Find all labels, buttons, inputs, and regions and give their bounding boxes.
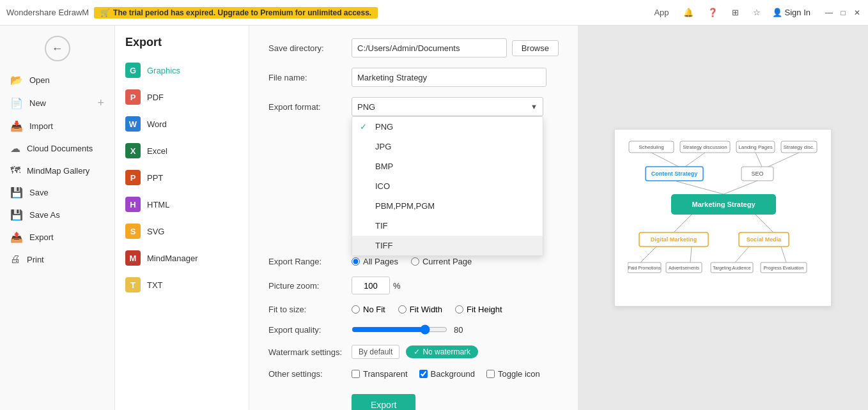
transparent-checkbox[interactable] bbox=[352, 370, 360, 378]
dropdown-option-bmp[interactable]: BMP bbox=[352, 156, 543, 176]
fit-to-size-label: Fit to size: bbox=[268, 305, 352, 314]
range-all-radio[interactable] bbox=[352, 257, 360, 266]
import-icon: 📥 bbox=[10, 120, 23, 132]
range-current-radio[interactable] bbox=[411, 257, 419, 266]
sidebar-item-mindmap[interactable]: 🗺 MindMap Gallery bbox=[0, 160, 114, 181]
fit-height-radio[interactable] bbox=[455, 305, 463, 314]
watermark-options: By default ✓ No watermark bbox=[352, 345, 478, 359]
sidebar-item-import[interactable]: 📥 Import bbox=[0, 115, 114, 137]
mindmap-icon: 🗺 bbox=[10, 165, 20, 176]
sidebar-label-new: New bbox=[29, 98, 46, 108]
sidebar-item-cloud[interactable]: ☁ Cloud Documents bbox=[0, 137, 114, 160]
format-dropdown-menu: PNG JPG BMP ICO PBM,PPM,PGM TIF TIFF bbox=[352, 116, 543, 256]
export-range-row: Export Range: All Pages Current Page bbox=[268, 257, 559, 266]
range-current-page[interactable]: Current Page bbox=[411, 257, 472, 266]
help-icon[interactable]: ❓ bbox=[704, 6, 722, 19]
dropdown-option-jpg[interactable]: JPG bbox=[352, 137, 543, 156]
dropdown-option-tiff[interactable]: TIFF bbox=[352, 236, 543, 255]
background-option[interactable]: Background bbox=[419, 369, 475, 379]
mindmap-preview-svg: Scheduling Strategy discussion Landing P… bbox=[628, 140, 819, 293]
fit-no[interactable]: No Fit bbox=[352, 305, 385, 314]
back-button[interactable]: ← bbox=[45, 36, 70, 61]
export-item-pdf[interactable]: P PDF bbox=[115, 84, 249, 110]
save-icon: 💾 bbox=[10, 186, 23, 199]
save-directory-input[interactable] bbox=[352, 38, 507, 57]
export-item-html[interactable]: H HTML bbox=[115, 191, 249, 218]
export-item-txt[interactable]: T TXT bbox=[115, 271, 249, 298]
dropdown-option-ico[interactable]: ICO bbox=[352, 176, 543, 196]
svg-text:Advertisements: Advertisements bbox=[669, 266, 700, 270]
app-button[interactable]: App bbox=[650, 6, 672, 19]
background-checkbox[interactable] bbox=[419, 370, 428, 378]
grid-icon[interactable]: ⊞ bbox=[728, 6, 743, 19]
ppt-icon: P bbox=[125, 170, 141, 185]
export-label-graphics: Graphics bbox=[147, 66, 180, 75]
watermark-none-button[interactable]: ✓ No watermark bbox=[406, 345, 478, 358]
sidebar-item-export[interactable]: 📤 Export bbox=[0, 226, 114, 248]
range-all-label: All Pages bbox=[363, 257, 398, 266]
export-item-ppt[interactable]: P PPT bbox=[115, 164, 249, 191]
preview-card: Scheduling Strategy discussion Landing P… bbox=[614, 129, 832, 307]
dropdown-option-tif[interactable]: TIF bbox=[352, 216, 543, 236]
html-icon: H bbox=[125, 197, 141, 212]
star-icon[interactable]: ☆ bbox=[749, 6, 764, 19]
range-all-pages[interactable]: All Pages bbox=[352, 257, 398, 266]
sidebar-item-saveas[interactable]: 💾 Save As bbox=[0, 204, 114, 226]
quality-slider[interactable] bbox=[352, 324, 447, 335]
background-label: Background bbox=[431, 369, 475, 379]
window-controls: — □ ✕ bbox=[825, 8, 862, 17]
file-name-input[interactable] bbox=[352, 68, 546, 87]
top-icons: App 🔔 ❓ ⊞ ☆ bbox=[650, 6, 764, 19]
sidebar-label-import: Import bbox=[29, 121, 53, 131]
open-icon: 📂 bbox=[10, 74, 23, 86]
fit-to-size-options: No Fit Fit Width Fit Height bbox=[352, 305, 502, 314]
sidebar-label-open: Open bbox=[29, 75, 50, 85]
export-item-mindmanager[interactable]: M MindManager bbox=[115, 245, 249, 271]
picture-zoom-row: Picture zoom: % bbox=[268, 277, 559, 294]
watermark-none-label: No watermark bbox=[422, 347, 470, 356]
export-item-graphics[interactable]: G Graphics bbox=[115, 57, 249, 84]
export-button[interactable]: Export bbox=[352, 394, 415, 410]
minimize-button[interactable]: — bbox=[825, 8, 833, 17]
maximize-button[interactable]: □ bbox=[839, 8, 848, 17]
save-directory-row: Save directory: Browse bbox=[268, 38, 559, 57]
export-label-word: Word bbox=[147, 119, 167, 129]
toggle-icon-option[interactable]: Toggle icon bbox=[486, 369, 540, 379]
sidebar-item-print[interactable]: 🖨 Print bbox=[0, 248, 114, 270]
fit-width[interactable]: Fit Width bbox=[398, 305, 442, 314]
fit-no-radio[interactable] bbox=[352, 305, 360, 314]
dropdown-option-png[interactable]: PNG bbox=[352, 117, 543, 137]
export-item-excel[interactable]: X Excel bbox=[115, 137, 249, 164]
left-sidebar: ← 📂 Open 📄 New + 📥 Import ☁ Cloud Docume… bbox=[0, 26, 115, 410]
sidebar-item-open[interactable]: 📂 Open bbox=[0, 69, 114, 91]
svg-text:Paid Promotions: Paid Promotions bbox=[628, 266, 661, 270]
export-item-word[interactable]: W Word bbox=[115, 110, 249, 137]
bell-icon[interactable]: 🔔 bbox=[679, 6, 697, 19]
svg-text:Social Media: Social Media bbox=[747, 236, 782, 243]
fit-height[interactable]: Fit Height bbox=[455, 305, 502, 314]
browse-button[interactable]: Browse bbox=[512, 40, 559, 56]
fit-no-label: No Fit bbox=[363, 305, 385, 314]
svg-text:Targeting Audience: Targeting Audience bbox=[713, 266, 751, 271]
export-item-svg[interactable]: S SVG bbox=[115, 218, 249, 245]
sidebar-item-save[interactable]: 💾 Save bbox=[0, 181, 114, 204]
trial-badge[interactable]: 🛒 The trial period has expired. Upgrade … bbox=[94, 7, 378, 19]
fit-width-radio[interactable] bbox=[398, 305, 407, 314]
format-select-display[interactable]: PNG ▼ bbox=[352, 97, 543, 116]
svg-text:Strategy discussion: Strategy discussion bbox=[683, 144, 727, 150]
svg-line-17 bbox=[724, 181, 757, 194]
dropdown-option-pbm[interactable]: PBM,PPM,PGM bbox=[352, 196, 543, 216]
quality-slider-group: 80 bbox=[352, 324, 463, 335]
svg-line-11 bbox=[768, 153, 799, 167]
zoom-unit: % bbox=[393, 281, 401, 291]
transparent-option[interactable]: Transparent bbox=[352, 369, 408, 379]
transparent-label: Transparent bbox=[363, 369, 408, 379]
svg-line-10 bbox=[756, 153, 762, 167]
zoom-input[interactable] bbox=[352, 277, 390, 294]
other-settings-options: Transparent Background Toggle icon bbox=[352, 369, 540, 379]
quality-value-label: 80 bbox=[454, 325, 463, 335]
sign-in-button[interactable]: 👤 Sign In bbox=[772, 8, 810, 17]
close-button[interactable]: ✕ bbox=[853, 8, 862, 17]
toggle-icon-checkbox[interactable] bbox=[486, 370, 495, 378]
sidebar-item-new[interactable]: 📄 New + bbox=[0, 91, 114, 115]
